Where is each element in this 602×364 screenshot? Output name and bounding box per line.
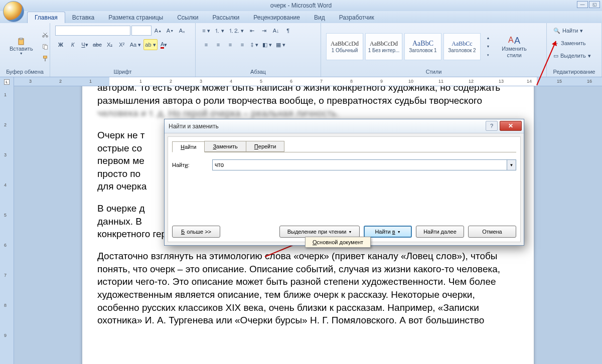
dialog-tab-goto[interactable]: Перейти: [246, 141, 285, 152]
select-button[interactable]: ▭Выделить ▾: [552, 50, 596, 61]
dialog-tabs: Найти Заменить Перейти: [172, 141, 516, 152]
office-button[interactable]: [3, 1, 24, 22]
dropdown-icon: ▼: [20, 52, 23, 55]
brush-icon: [42, 55, 49, 62]
align-center-button[interactable]: ≡: [213, 39, 224, 50]
shrink-font-button[interactable]: A▼: [165, 25, 176, 36]
copy-button[interactable]: [40, 41, 51, 52]
styles-group-label: Стили: [326, 68, 541, 76]
tab-references[interactable]: Ссылки: [170, 12, 205, 23]
ribbon: Вставить ▼ Буфер обмена A▲ A▼ Aₓ Ж К: [0, 23, 602, 77]
scissors-icon: [42, 31, 49, 38]
svg-rect-7: [45, 58, 46, 61]
find-in-button[interactable]: Найти в ▼: [364, 226, 412, 238]
subscript-button[interactable]: X₂: [104, 39, 115, 50]
dialog-tab-find[interactable]: Найти: [172, 141, 205, 152]
tab-home[interactable]: Главная: [27, 12, 65, 23]
svg-text:A: A: [514, 36, 520, 46]
bold-button[interactable]: Ж: [55, 39, 66, 50]
numbering-button[interactable]: ⒈ ▾: [213, 25, 226, 36]
replace-icon: ↔: [553, 40, 559, 46]
find-input[interactable]: [212, 159, 507, 170]
grow-font-button[interactable]: A▲: [153, 25, 164, 36]
window-title: очерк - Microsoft Word: [270, 2, 332, 9]
copy-icon: [42, 43, 49, 50]
vertical-ruler[interactable]: 1 2 3 4 5 6 7 8 9 10: [0, 86, 14, 364]
font-family-combo[interactable]: [55, 26, 130, 36]
find-label: Найти:: [172, 162, 212, 168]
style-normal[interactable]: AaBbCcDd1 Обычный: [326, 33, 363, 60]
multilevel-button[interactable]: ⒈⒉ ▾: [227, 25, 245, 36]
paste-label: Вставить: [10, 46, 33, 52]
find-in-menu: Основной документ: [305, 237, 371, 248]
select-icon: ▭: [553, 53, 558, 59]
editing-group-label: Редактирование: [552, 68, 596, 76]
reading-highlight-button[interactable]: Выделение при чтении ▼: [279, 226, 360, 238]
show-marks-button[interactable]: ¶: [282, 25, 293, 36]
dialog-title-text: Найти и заменить: [169, 123, 219, 130]
find-next-button[interactable]: Найти далее: [416, 226, 464, 238]
borders-button[interactable]: ▦ ▾: [274, 39, 287, 50]
style-nospacing[interactable]: AaBbCcDd1 Без интер...: [365, 33, 402, 60]
cut-button[interactable]: [40, 29, 51, 40]
underline-button[interactable]: Ч ▾: [79, 39, 90, 50]
change-styles-label: Изменить стили: [500, 46, 528, 58]
find-history-dropdown[interactable]: ▼: [507, 159, 516, 170]
replace-button[interactable]: ↔Заменить: [552, 38, 596, 49]
dialog-tab-replace[interactable]: Заменить: [204, 141, 246, 152]
tab-insert[interactable]: Вставка: [65, 12, 102, 23]
superscript-button[interactable]: X²: [116, 39, 127, 50]
cancel-button[interactable]: Отмена: [468, 226, 516, 238]
italic-button[interactable]: К: [67, 39, 78, 50]
svg-rect-5: [44, 45, 47, 49]
more-button[interactable]: Больше >>: [172, 226, 220, 238]
styles-icon: AA: [507, 35, 521, 46]
font-size-combo[interactable]: [131, 26, 152, 36]
font-color-button[interactable]: A ▾: [159, 39, 170, 50]
find-button[interactable]: 🔍Найти ▾: [552, 25, 596, 36]
tab-review[interactable]: Рецензирование: [246, 12, 307, 23]
svg-rect-1: [20, 38, 23, 40]
sort-button[interactable]: A↓: [270, 25, 281, 36]
shading-button[interactable]: ◧ ▾: [261, 39, 273, 50]
format-painter-button[interactable]: [40, 53, 51, 64]
horizontal-ruler[interactable]: 3 2 1 1 2 3 4 5 6 7 8 9 10 11 12 13 14 1…: [14, 77, 602, 86]
font-group-label: Шрифт: [55, 68, 190, 76]
menu-item-main-document[interactable]: Основной документ: [313, 239, 363, 245]
paste-button[interactable]: Вставить ▼: [5, 35, 38, 58]
change-case-button[interactable]: Aa ▾: [128, 39, 143, 50]
align-right-button[interactable]: ≡: [225, 39, 236, 50]
svg-text:A: A: [508, 36, 514, 44]
bullets-button[interactable]: ≡ ▾: [201, 25, 212, 36]
dialog-titlebar[interactable]: Найти и заменить ? ✕: [165, 119, 524, 133]
highlight-button[interactable]: ab ▾: [143, 39, 157, 50]
doc-line: автором. То есть очерк может быть написа…: [97, 86, 500, 106]
find-icon: 🔍: [553, 28, 560, 34]
line-spacing-button[interactable]: ‡ ▾: [249, 39, 260, 50]
minimize-button[interactable]: —: [577, 1, 588, 8]
title-bar: очерк - Microsoft Word — ◱: [0, 0, 602, 11]
justify-button[interactable]: ≡: [237, 39, 248, 50]
tab-mailings[interactable]: Рассылки: [205, 12, 246, 23]
outdent-button[interactable]: ⇤: [246, 25, 257, 36]
style-heading2[interactable]: AaBbCcЗаголовок 2: [443, 33, 481, 60]
ruler-corner[interactable]: L: [0, 77, 14, 86]
dialog-close-button[interactable]: ✕: [500, 121, 522, 131]
clipboard-group-label: Буфер обмена: [5, 68, 45, 76]
restore-button[interactable]: ◱: [589, 1, 600, 8]
eraser-icon: Aₓ: [179, 28, 185, 34]
styles-down-button[interactable]: ▼: [483, 43, 494, 51]
dialog-help-button[interactable]: ?: [486, 121, 498, 131]
strike-button[interactable]: abc: [91, 39, 103, 50]
tab-layout[interactable]: Разметка страницы: [101, 12, 170, 23]
clipboard-icon: [17, 38, 25, 46]
tab-view[interactable]: Вид: [307, 12, 332, 23]
align-left-button[interactable]: ≡: [201, 39, 212, 50]
style-heading1[interactable]: AaBbCЗаголовок 1: [404, 33, 441, 60]
indent-button[interactable]: ⇥: [258, 25, 269, 36]
styles-more-button[interactable]: ▾: [483, 51, 494, 59]
clear-formatting-button[interactable]: Aₓ: [177, 25, 188, 36]
styles-up-button[interactable]: ▲: [483, 34, 494, 42]
change-styles-button[interactable]: AA Изменить стили: [496, 32, 533, 60]
tab-developer[interactable]: Разработчик: [332, 12, 381, 23]
